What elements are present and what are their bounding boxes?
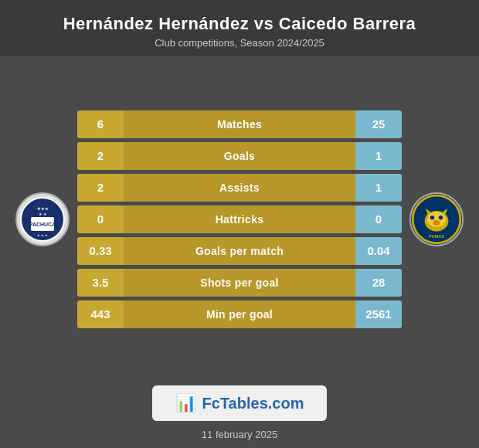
stat-label: Goals per match xyxy=(124,237,355,265)
stat-value-right: 0 xyxy=(355,205,402,233)
svg-point-12 xyxy=(439,216,443,220)
pachuca-logo-svg: ★ ★ ★ ★ ★ PACHUCA ★ ★ ★ xyxy=(19,196,66,243)
stat-value-right: 1 xyxy=(355,174,402,202)
match-subtitle: Club competitions, Season 2024/2025 xyxy=(8,37,471,49)
team-logo-left: ★ ★ ★ ★ ★ PACHUCA ★ ★ ★ xyxy=(8,192,77,246)
header: Hernández Hernández vs Caicedo Barrera C… xyxy=(0,0,479,56)
fctables-icon: 📊 xyxy=(175,393,196,413)
footer-date: 11 february 2025 xyxy=(202,429,277,440)
svg-point-13 xyxy=(433,220,440,226)
stat-value-right: 25 xyxy=(355,110,402,138)
stat-value-right: 1 xyxy=(355,142,402,170)
stat-label: Min per goal xyxy=(124,300,355,328)
svg-point-11 xyxy=(430,216,435,220)
match-title: Hernández Hernández vs Caicedo Barrera xyxy=(8,14,471,34)
stat-value-left: 0.33 xyxy=(77,237,124,265)
team-logo-right: PUMAS xyxy=(402,192,471,246)
stat-row: 2Goals1 xyxy=(77,142,402,170)
stat-label: Goals xyxy=(124,142,355,170)
svg-text:★ ★ ★: ★ ★ ★ xyxy=(37,233,48,237)
stat-value-left: 3.5 xyxy=(77,269,124,297)
svg-text:★ ★ ★: ★ ★ ★ xyxy=(37,206,49,211)
stat-row: 3.5Shots per goal28 xyxy=(77,269,402,297)
stat-row: 443Min per goal2561 xyxy=(77,300,402,328)
stat-label: Hattricks xyxy=(124,205,355,233)
stat-value-right: 0.04 xyxy=(355,237,402,265)
stat-value-left: 6 xyxy=(77,110,124,138)
stat-label: Matches xyxy=(124,110,355,138)
svg-text:PACHUCA: PACHUCA xyxy=(29,222,56,227)
main-container: Hernández Hernández vs Caicedo Barrera C… xyxy=(0,0,479,448)
stat-value-right: 28 xyxy=(355,269,402,297)
svg-text:★ ★: ★ ★ xyxy=(39,212,46,216)
stat-value-left: 2 xyxy=(77,142,124,170)
stat-row: 6Matches25 xyxy=(77,110,402,138)
stat-value-right: 2561 xyxy=(355,300,402,328)
svg-text:PUMAS: PUMAS xyxy=(429,234,444,239)
stat-row: 0Hattricks0 xyxy=(77,205,402,233)
main-content: ★ ★ ★ ★ ★ PACHUCA ★ ★ ★ 6Matches252Goals… xyxy=(0,56,479,382)
stat-value-left: 443 xyxy=(77,300,124,328)
stat-value-left: 0 xyxy=(77,205,124,233)
pachuca-logo-circle: ★ ★ ★ ★ ★ PACHUCA ★ ★ ★ xyxy=(15,192,70,246)
stat-row: 2Assists1 xyxy=(77,174,402,202)
stat-row: 0.33Goals per match0.04 xyxy=(77,237,402,265)
stat-label: Shots per goal xyxy=(124,269,355,297)
pumas-logo-svg: PUMAS xyxy=(411,194,462,245)
fctables-label: FcTables.com xyxy=(202,395,304,412)
pumas-logo-circle: PUMAS xyxy=(409,192,464,246)
stats-table: 6Matches252Goals12Assists10Hattricks00.3… xyxy=(77,110,402,328)
fctables-banner[interactable]: 📊 FcTables.com xyxy=(152,385,328,421)
stat-value-left: 2 xyxy=(77,174,124,202)
stat-label: Assists xyxy=(124,174,355,202)
